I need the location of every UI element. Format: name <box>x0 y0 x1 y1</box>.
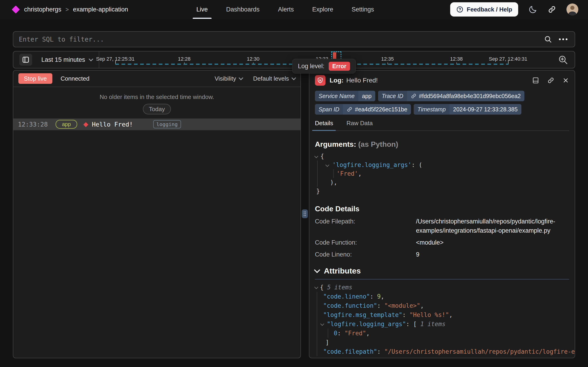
log-level-tooltip: Log level: Error <box>292 59 356 74</box>
detail-badges: Service Name app Trace ID #fdd5694a8fa98… <box>315 91 569 115</box>
nav-tab-settings[interactable]: Settings <box>352 0 374 19</box>
arguments-code[interactable]: {'logfire.logging_args': ('Fred',),} <box>315 152 569 195</box>
panel-layout-icon[interactable] <box>532 77 539 84</box>
visibility-dropdown[interactable]: Visibility <box>215 75 242 82</box>
trace-id-badge[interactable]: Trace ID #fdd5694a8fa98eb4e301d99ebc056e… <box>378 91 525 101</box>
time-range-selector[interactable]: Last 15 minutes <box>41 51 92 68</box>
detail-title: Hello Fred! <box>346 77 378 84</box>
code-lineno-row: Code Lineno: 9 <box>315 250 569 259</box>
attributes-divider <box>315 279 569 280</box>
empty-window-message: No older items in the selected time wind… <box>13 93 300 100</box>
log-tag-pill[interactable]: logging <box>153 120 181 128</box>
today-button[interactable]: Today <box>143 104 171 114</box>
timestamp-badge[interactable]: Timestamp 2024-09-27 12:33:28.385 <box>414 104 521 115</box>
log-detail-panel: Log: Hello Fred! Service Name app Trace … <box>309 70 575 358</box>
timeline-tick: 12:35 <box>381 56 394 62</box>
error-shield-icon <box>315 75 325 86</box>
search-icon[interactable] <box>544 35 552 43</box>
span-id-badge[interactable]: Span ID #ea4d5f226ec151be <box>315 104 411 115</box>
sidebar-toggle-button[interactable] <box>19 54 32 66</box>
span-link-icon <box>347 106 353 112</box>
live-logs-panel: Stop live Connected Visibility Default l… <box>13 70 301 358</box>
trace-link-icon <box>411 93 417 99</box>
tooltip-label: Log level: <box>298 63 324 70</box>
chevron-down-icon <box>89 57 93 61</box>
logfire-logo-icon[interactable] <box>12 5 20 13</box>
attributes-heading[interactable]: Attributes <box>315 267 569 275</box>
collapse-chevron-icon <box>314 267 320 273</box>
nav-tab-dashboards[interactable]: Dashboards <box>226 0 260 19</box>
attributes-code[interactable]: { 5 items"code.lineno": 9,"code.function… <box>315 283 569 356</box>
chevron-down-icon <box>239 75 243 80</box>
copy-link-icon[interactable] <box>547 77 555 84</box>
log-row-message: Hello Fred! <box>92 121 133 128</box>
log-row-time: 12:33:28 <box>18 121 48 128</box>
more-options-icon[interactable] <box>558 37 568 41</box>
user-avatar[interactable] <box>566 3 578 15</box>
primary-nav: Live Dashboards Alerts Explore Settings <box>196 0 374 19</box>
detail-tabs: Details Raw Data <box>315 120 569 131</box>
service-pill[interactable]: app <box>56 120 77 129</box>
tab-details[interactable]: Details <box>315 120 333 130</box>
breadcrumb-org[interactable]: christophergs <box>24 6 61 13</box>
error-diamond-icon: ◆ <box>83 121 88 127</box>
breadcrumb-project[interactable]: example-application <box>73 6 128 13</box>
log-row[interactable]: 12:33:28 app ◆ Hello Fred! logging <box>13 118 300 130</box>
code-function-row: Code Function: <module> <box>315 238 569 247</box>
timeline-tick: 12:30 <box>247 56 259 62</box>
stop-live-button[interactable]: Stop live <box>18 73 52 84</box>
top-nav: christophergs > example-application Live… <box>0 0 588 19</box>
detail-panel-header: Log: Hello Fred! <box>315 71 569 89</box>
service-name-badge[interactable]: Service Name app <box>315 91 375 101</box>
feedback-help-button[interactable]: Feedback / Help <box>450 2 518 17</box>
share-link-icon[interactable] <box>547 5 556 14</box>
code-details-heading: Code Details <box>315 205 569 213</box>
breadcrumb: christophergs > example-application <box>13 0 128 19</box>
timeline-tick: 12:38 <box>450 56 463 62</box>
sql-filter-bar <box>13 31 575 47</box>
timeline-tick: 12:28 <box>178 56 190 62</box>
close-icon[interactable] <box>562 77 569 84</box>
chevron-down-icon <box>291 75 296 80</box>
tab-raw-data[interactable]: Raw Data <box>346 120 373 130</box>
live-panel-body: No older items in the selected time wind… <box>13 93 300 130</box>
nav-tab-live[interactable]: Live <box>196 0 208 19</box>
question-icon <box>456 6 464 13</box>
time-range-label: Last 15 minutes <box>41 56 85 63</box>
zoom-in-button[interactable] <box>556 54 570 66</box>
nav-tab-explore[interactable]: Explore <box>312 0 333 19</box>
detail-kind-label: Log: <box>330 77 344 84</box>
live-panel-header: Stop live Connected Visibility Default l… <box>13 70 300 87</box>
sql-filter-input[interactable] <box>13 36 544 43</box>
default-levels-dropdown[interactable]: Default levels <box>253 75 295 82</box>
arguments-heading: Arguments: (as Python) <box>315 140 569 149</box>
nav-right-actions: Feedback / Help <box>450 0 578 19</box>
feedback-help-label: Feedback / Help <box>467 6 512 13</box>
theme-toggle-moon-icon[interactable] <box>528 5 538 14</box>
connection-status: Connected <box>61 75 90 82</box>
code-details-rows: Code Filepath: /Users/christophersamiull… <box>315 217 569 259</box>
code-filepath-row: Code Filepath: /Users/christophersamiull… <box>315 217 569 235</box>
nav-tab-alerts[interactable]: Alerts <box>278 0 294 19</box>
breadcrumb-separator: > <box>66 6 69 13</box>
error-level-badge: Error <box>329 62 350 71</box>
panel-splitter-drag-handle[interactable] <box>302 209 308 218</box>
